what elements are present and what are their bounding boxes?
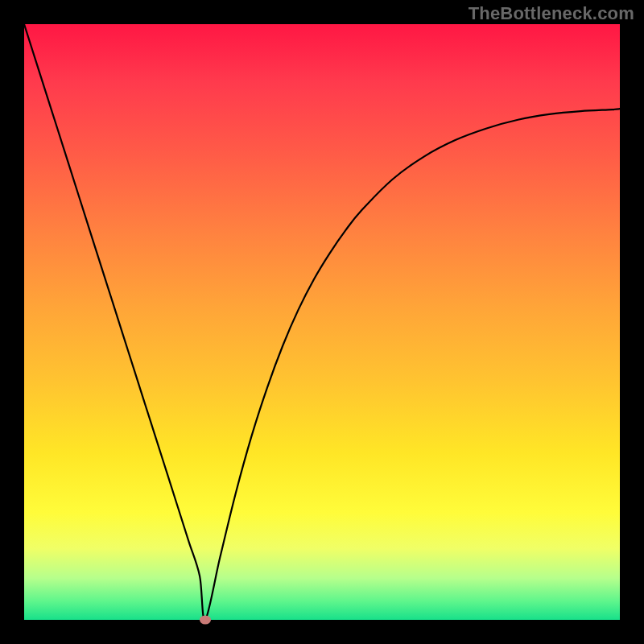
minimum-marker xyxy=(200,616,211,625)
plot-area xyxy=(24,24,620,620)
watermark-text: TheBottleneck.com xyxy=(469,3,634,24)
chart-container: TheBottleneck.com xyxy=(0,0,644,644)
bottleneck-curve xyxy=(24,24,620,620)
